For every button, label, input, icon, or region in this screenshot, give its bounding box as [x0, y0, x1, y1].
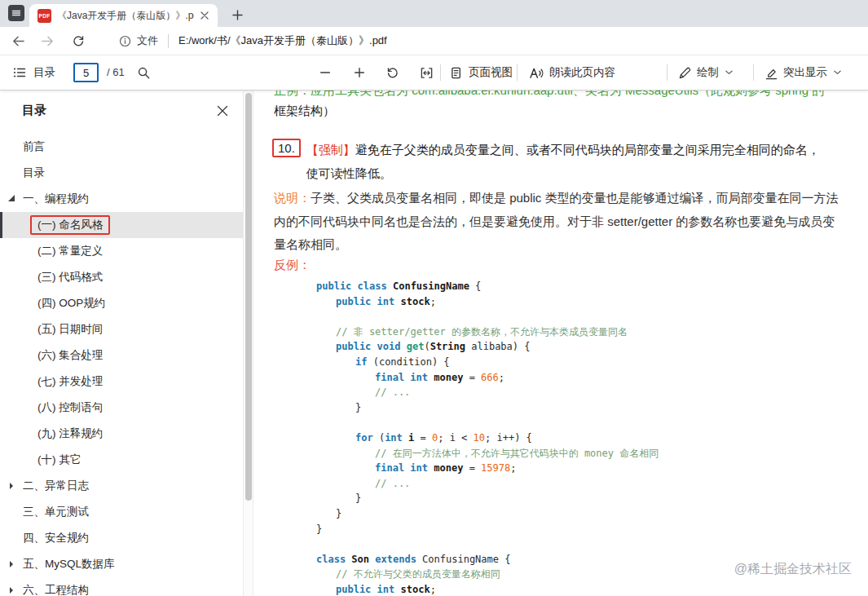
code-line: public int stock; [316, 582, 659, 596]
rule-number-annotated: 10. [272, 139, 301, 157]
toc-list-icon [7, 60, 33, 85]
expand-icon[interactable] [10, 483, 16, 489]
toc-item-label: (九) 注释规约 [37, 426, 103, 441]
toc-item[interactable]: (二) 常量定义 [0, 238, 243, 264]
expand-icon[interactable] [10, 561, 16, 567]
rotate-icon[interactable] [380, 60, 406, 85]
toc-item[interactable]: 六、工程结构 [0, 577, 243, 596]
toc-item-label: (二) 常量定义 [37, 244, 103, 258]
code-line: // 不允许与父类的成员变量名称相同 [316, 567, 659, 582]
tab-list-icon[interactable] [8, 5, 24, 21]
url-area[interactable]: 文件 E:/work/书/《Java开发手册（泰山版）》.pdf [119, 33, 387, 48]
draw-button[interactable]: 绘制 [678, 55, 733, 90]
forward-button[interactable] [36, 29, 59, 52]
browser-tab[interactable]: PDF 《Java开发手册（泰山版）》.pdf [29, 4, 218, 27]
search-button[interactable] [130, 55, 156, 90]
tab-close-icon[interactable] [198, 9, 211, 22]
zoom-controls [312, 55, 439, 90]
code-line [316, 415, 659, 430]
sidebar-scrollbar[interactable] [243, 91, 253, 596]
toolbar-divider [753, 64, 754, 81]
toc-item-label: 四、安全规约 [23, 531, 89, 545]
zoom-out-icon[interactable] [312, 60, 338, 85]
refresh-button[interactable] [67, 29, 90, 52]
page-view-label: 页面视图 [469, 65, 513, 80]
chevron-down-icon[interactable] [834, 70, 841, 75]
read-aloud-button[interactable]: 朗读此页内容 [528, 55, 615, 90]
toolbar-divider [517, 64, 518, 81]
scrollbar-thumb[interactable] [245, 93, 252, 501]
code-line: } [316, 491, 659, 506]
new-tab-button[interactable] [229, 7, 245, 23]
toc-panel: 目录 前言目录一、编程规约(一) 命名风格(二) 常量定义(三) 代码格式(四)… [0, 91, 243, 596]
code-line [316, 536, 659, 552]
toc-item[interactable]: (八) 控制语句 [0, 395, 243, 421]
highlight-label: 突出显示 [783, 65, 827, 80]
chevron-down-icon[interactable] [725, 70, 733, 75]
toc-item-label: 二、异常日志 [23, 479, 89, 493]
rule-item-10: 10. 【强制】避免在子父类的成员变量之间、或者不同代码块的局部变量之间采用完全… [272, 138, 820, 185]
toc-item[interactable]: 三、单元测试 [0, 499, 243, 525]
pdf-toolbar: 目录 / 61 页面视图 朗读此页内容 [0, 55, 868, 91]
page-number-input[interactable] [73, 63, 99, 82]
collapse-icon[interactable] [8, 195, 15, 201]
toc-item-label: (五) 日期时间 [37, 322, 103, 337]
toc-item[interactable]: (四) OOP规约 [0, 290, 243, 316]
toolbar-divider [440, 64, 441, 81]
tab-title: 《Java开发手册（泰山版）》.pdf [57, 9, 194, 23]
zoom-in-icon[interactable] [346, 60, 372, 85]
pen-icon [678, 66, 692, 80]
body-text-line: 框架结构） [274, 104, 335, 119]
code-line: // ... [316, 476, 659, 492]
toc-item[interactable]: 前言 [0, 134, 243, 160]
toc-item[interactable]: (六) 集合处理 [0, 342, 243, 369]
positive-example-line: 正例：应用工具类包名为 com.alibaba.ei.kunlun.aap.ut… [274, 91, 824, 99]
toc-item[interactable]: (五) 日期时间 [0, 316, 243, 342]
note-label: 说明： [274, 191, 311, 205]
rule-text-part: 避免在子父类的成员变量之间、或者不同代码块的局部变量之间采用完全相同的命名， [355, 143, 820, 157]
toc-close-icon[interactable] [215, 104, 230, 118]
toc-item-label: (十) 其它 [37, 453, 81, 467]
toc-item-label: (八) 控制语句 [37, 400, 103, 415]
info-icon[interactable] [119, 35, 131, 47]
page-view-icon [450, 66, 464, 80]
address-bar: 文件 E:/work/书/《Java开发手册（泰山版）》.pdf [0, 27, 868, 55]
toc-item-label: (七) 并发处理 [37, 374, 103, 389]
toc-item-label: 五、MySQL数据库 [23, 557, 115, 572]
code-line: class Son extends ConfusingName { [316, 552, 659, 567]
fit-to-width-icon[interactable] [413, 60, 439, 85]
note-line: 内的不同代码块中同名也是合法的，但是要避免使用。对于非 setter/gette… [274, 210, 839, 234]
back-button[interactable] [7, 29, 29, 52]
toc-item[interactable]: 五、MySQL数据库 [0, 551, 243, 577]
toc-item-label: 三、单元测试 [23, 505, 89, 519]
toc-item-label: (三) 代码格式 [37, 270, 103, 285]
search-icon [130, 60, 156, 85]
toc-item[interactable]: 二、异常日志 [0, 473, 243, 499]
toc-list: 前言目录一、编程规约(一) 命名风格(二) 常量定义(三) 代码格式(四) OO… [0, 134, 243, 596]
note-line: 说明：子类、父类成员变量名相同，即使是 public 类型的变量也是能够通过编译… [274, 187, 839, 210]
selected-indicator [0, 212, 2, 238]
draw-label: 绘制 [697, 65, 719, 80]
toc-item[interactable]: (十) 其它 [0, 447, 243, 473]
highlight-button[interactable]: 突出显示 [764, 55, 841, 90]
toc-item-label: (四) OOP规约 [37, 296, 105, 311]
toc-item[interactable]: (一) 命名风格 [0, 212, 243, 238]
toc-toggle-button[interactable]: 目录 [7, 55, 55, 90]
page-view-button[interactable]: 页面视图 [450, 55, 513, 90]
code-line: // 在同一方法体中，不允许与其它代码块中的 money 命名相同 [316, 446, 659, 461]
toc-item[interactable]: 目录 [0, 160, 243, 186]
toc-item[interactable]: 一、编程规约 [0, 186, 243, 212]
toc-item[interactable]: 四、安全规约 [0, 525, 243, 551]
code-line: if (condition) { [316, 355, 659, 370]
expand-icon[interactable] [10, 587, 16, 594]
toc-item-label: 前言 [23, 139, 45, 154]
toc-panel-title: 目录 [22, 103, 46, 118]
toc-item-label: (六) 集合处理 [37, 348, 103, 363]
code-line [316, 309, 659, 324]
toc-item[interactable]: (三) 代码格式 [0, 264, 243, 290]
toc-item[interactable]: (七) 并发处理 [0, 369, 243, 395]
note-line: 量名称相同。 [274, 233, 839, 257]
toc-item[interactable]: (九) 注释规约 [0, 421, 243, 447]
rule-text-line: 使可读性降低。 [306, 161, 820, 185]
code-line: } [316, 522, 659, 537]
